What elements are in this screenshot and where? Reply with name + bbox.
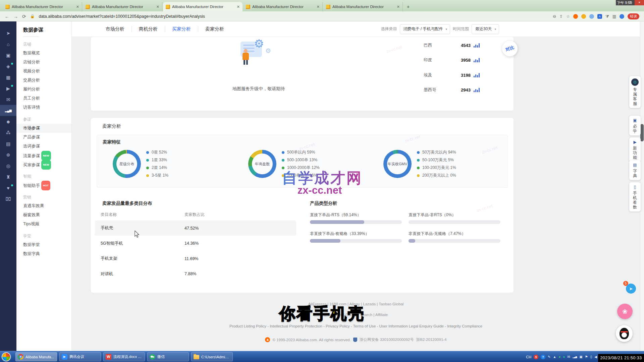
- start-button[interactable]: [2, 352, 11, 361]
- rail-heart-icon[interactable]: ♥: [0, 182, 16, 193]
- tab-close-icon[interactable]: ✕: [397, 5, 400, 9]
- volume-icon[interactable]: ◀: [594, 355, 597, 359]
- language-indicator[interactable]: CH: [526, 355, 531, 359]
- sidebar-item-买家参谋[interactable]: 买家参谋NEW: [16, 160, 71, 169]
- help-icon[interactable]: ?: [541, 355, 545, 359]
- country-row[interactable]: 墨西哥2943: [424, 85, 486, 95]
- must-learn-card[interactable]: ▣必学: [629, 116, 641, 135]
- taskbar-button-wechat[interactable]: 微信: [147, 352, 189, 361]
- sidebar-item-Tips视频[interactable]: Tips视频: [16, 220, 71, 229]
- sogou-icon[interactable]: S: [534, 355, 538, 359]
- avatar-icon[interactable]: [620, 14, 624, 19]
- zoom-icon[interactable]: ⊖: [553, 14, 556, 19]
- rail-video-icon[interactable]: ▶: [0, 83, 16, 94]
- table-row[interactable]: 5G智能手机14.36%: [95, 236, 296, 251]
- sidebar-item-直通车效果[interactable]: 直通车效果: [16, 201, 71, 210]
- taskbar-button-folder[interactable]: C:\Users\Admini...: [191, 352, 233, 361]
- sidebar-item-选词参谋[interactable]: 选词参谋: [16, 142, 71, 151]
- sidebar-item-员工分析[interactable]: 员工分析: [16, 94, 71, 103]
- taskbar-clock[interactable]: 下午 9:50: [617, 1, 632, 5]
- table-row[interactable]: 手机壳47.52%: [95, 221, 296, 236]
- rail-home-icon[interactable]: ⌂: [0, 39, 16, 50]
- rail-chart-icon[interactable]: ▂▄▆: [0, 105, 16, 116]
- url-text[interactable]: data.alibaba.com/adviser/market?cateId=1…: [39, 14, 205, 19]
- service-card[interactable]: ⊙专属客服: [629, 76, 641, 108]
- refresh-icon[interactable]: ⟳: [22, 14, 26, 19]
- rail-shop-icon[interactable]: ▣: [0, 50, 16, 61]
- tab-买家分析[interactable]: 买家分析: [165, 26, 198, 32]
- pen-icon[interactable]: ✎: [548, 355, 550, 359]
- sidebar-item-流量参谋[interactable]: 流量参谋NEW: [16, 151, 71, 160]
- rail-bell-icon[interactable]: ◎: [0, 160, 16, 171]
- network-icon[interactable]: ▂▄▆: [573, 356, 577, 358]
- forward-icon[interactable]: →: [13, 14, 18, 19]
- sidebar-item-数据学堂[interactable]: 数据学堂: [16, 240, 71, 249]
- rail-globe-icon[interactable]: ⊕: [0, 149, 16, 160]
- mobile-data-card[interactable]: ▯手机看数: [629, 182, 641, 212]
- range-select[interactable]: 最近30天 ▾: [472, 24, 499, 34]
- puzzle-icon[interactable]: ⧩: [605, 14, 609, 19]
- browser-tab[interactable]: Alibaba Manufacturer Director✕: [83, 2, 162, 11]
- flag-icon[interactable]: ⚑: [585, 355, 588, 359]
- browser-tab[interactable]: Alibaba Manufacturer Director✕: [163, 2, 243, 11]
- sidebar-item-智能助手[interactable]: 智能助手HOT: [16, 181, 71, 190]
- sidebar-item-产品参谋[interactable]: 产品参谋: [16, 133, 71, 142]
- rail-apps-icon[interactable]: ▦: [0, 72, 16, 83]
- tab-close-icon[interactable]: ✕: [156, 5, 159, 9]
- sidebar-item-数据概览[interactable]: 数据概览: [16, 49, 71, 58]
- taskbar-button-wps[interactable]: W流程演说.docx - ...: [103, 352, 145, 361]
- qq-avatar[interactable]: [616, 325, 633, 342]
- tab-close-icon[interactable]: ✕: [237, 5, 240, 9]
- sidebar-icon[interactable]: ▥: [612, 14, 616, 19]
- scrollbar-thumb[interactable]: [640, 124, 644, 141]
- country-row[interactable]: 印度3958: [424, 55, 486, 65]
- rail-clipboard-icon[interactable]: ▤: [0, 138, 16, 149]
- tab-卖家分析[interactable]: 卖家分析: [198, 26, 231, 32]
- browser-tab[interactable]: Alibaba Manufacturer Director✕: [323, 2, 403, 11]
- monitor-icon[interactable]: ▣: [579, 355, 582, 359]
- browser-tab[interactable]: Alibaba Manufacturer Director✕: [3, 2, 82, 11]
- sidebar-item-视频分析[interactable]: 视频分析: [16, 67, 71, 76]
- rail-shield-icon[interactable]: ◈: [0, 61, 16, 72]
- sidebar-item-市场参谋[interactable]: 市场参谋: [16, 124, 71, 133]
- dictionary-card[interactable]: ▤字典: [629, 160, 641, 180]
- rail-bank-icon[interactable]: ♜: [0, 171, 16, 182]
- rail-briefcase-icon[interactable]: ⌧: [0, 193, 16, 204]
- usb-icon[interactable]: ▯: [590, 355, 592, 359]
- green-status-icon[interactable]: ●: [558, 355, 560, 359]
- rail-send-icon[interactable]: ➤: [0, 27, 16, 39]
- new-feature-card[interactable]: ▶新功能: [629, 137, 641, 162]
- country-row[interactable]: 巴西4543: [424, 40, 486, 50]
- extension-yellow-icon[interactable]: [581, 14, 586, 19]
- table-row[interactable]: 对讲机7.88%: [95, 266, 296, 282]
- sidebar-item-店铺分析[interactable]: 店铺分析: [16, 58, 71, 67]
- country-row[interactable]: 埃及3198: [424, 70, 486, 80]
- trend-chart-icon[interactable]: [474, 43, 480, 48]
- browser-tab[interactable]: Alibaba Manufacturer Director✕: [243, 2, 323, 11]
- back-icon[interactable]: ←: [5, 14, 9, 19]
- trend-chart-icon[interactable]: [474, 58, 480, 62]
- trend-chart-icon[interactable]: [474, 73, 480, 77]
- bookmark-star-icon[interactable]: ☆: [566, 14, 570, 19]
- profile-badge[interactable]: 错误: [628, 13, 639, 19]
- tab-市场分析[interactable]: 市场分析: [99, 26, 131, 32]
- sidebar-item-交易分析[interactable]: 交易分析: [16, 76, 71, 85]
- category-select[interactable]: 消费电子 / 手机与配件 ▾: [400, 24, 450, 34]
- new-tab-button[interactable]: +: [405, 3, 412, 10]
- taskbar-button-chrome[interactable]: Alibaba Manufa...: [15, 352, 57, 361]
- taskbar-button-meeting[interactable]: ▶腾讯会议: [59, 352, 101, 361]
- tray-expand-icon[interactable]: ▲: [553, 355, 556, 359]
- close-icon[interactable]: ✕: [635, 0, 644, 5]
- rail-chat-icon[interactable]: ✉: [0, 94, 16, 105]
- tab-close-icon[interactable]: ✕: [317, 5, 320, 9]
- footer-policy-line[interactable]: Product Listing Policy - Intellectual Pr…: [72, 324, 640, 328]
- tab-商机分析[interactable]: 商机分析: [131, 26, 165, 32]
- sidebar-item-履约分析[interactable]: 履约分析: [16, 85, 71, 94]
- extension-photo-icon[interactable]: [589, 14, 594, 19]
- rail-team-icon[interactable]: ☻: [0, 116, 16, 127]
- rail-share-icon[interactable]: ⁂: [0, 127, 16, 138]
- extension-a-icon[interactable]: A: [597, 14, 602, 19]
- teal-status-icon[interactable]: ●: [563, 355, 565, 359]
- sidebar-item-橱窗效果[interactable]: 橱窗效果: [16, 210, 71, 220]
- sidebar-item-数据字典[interactable]: 数据字典: [16, 249, 71, 258]
